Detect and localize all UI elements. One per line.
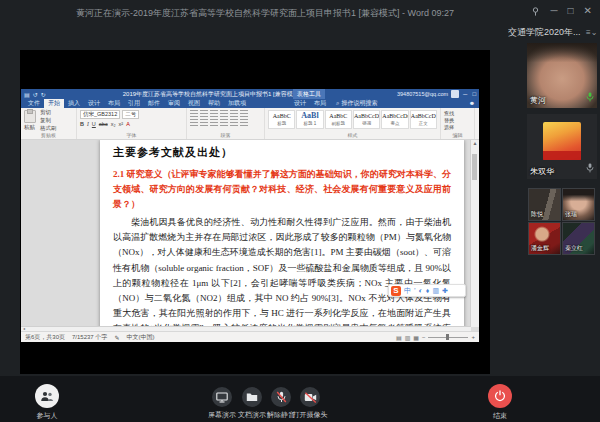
input-mode-icon[interactable]: 中 [404,286,411,296]
sogou-logo-icon[interactable]: S [391,286,401,296]
bold-button[interactable]: B [80,121,84,127]
page-indicator[interactable]: 第6页，共30页 [25,333,65,342]
power-icon [494,390,506,402]
select-button[interactable]: 选择 [444,124,471,130]
multilevel-list-icon[interactable] [210,110,218,117]
tab-home[interactable]: 开始 [44,99,64,108]
paste-label[interactable]: 粘贴 [24,124,36,131]
increase-indent-icon[interactable] [230,110,238,117]
format-painter-button[interactable]: 格式刷 [40,125,57,132]
toolbox-icon[interactable]: ✚ [442,286,448,296]
participant-tile-zhangrui[interactable]: 张瑞 [562,188,595,221]
tab-review[interactable]: 审阅 [164,99,184,108]
tab-mailings[interactable]: 邮件 [144,99,164,108]
tab-addins[interactable]: 加载项 [224,99,250,108]
sogou-input-toolbar[interactable]: S 中 ’ ◐ ♦ ▥ ✚ [388,284,466,297]
sort-icon[interactable] [240,110,248,117]
line-spacing-icon[interactable] [230,119,238,126]
tab-help[interactable]: 帮助 [204,99,224,108]
web-layout-icon[interactable]: ▦ [413,334,419,341]
close-icon[interactable]: ✕ [584,6,592,16]
pin-icon[interactable] [531,7,540,16]
justify-icon[interactable] [220,119,228,126]
account-avatar[interactable] [451,90,459,98]
tab-insert[interactable]: 插入 [64,99,84,108]
bullets-icon[interactable] [190,110,198,117]
tell-me-search[interactable]: ⌕ 操作说明搜索 [336,99,377,108]
language-indicator[interactable]: 中文(中国) [126,333,154,342]
word-maximize-icon[interactable]: □ [472,91,476,97]
replace-button[interactable]: 替换 [444,117,471,123]
zoom-slider[interactable] [428,337,468,338]
zoom-slider-thumb[interactable] [446,334,449,340]
align-center-icon[interactable] [200,119,208,126]
superscript-button[interactable]: x² [119,121,124,127]
participant-tile-chenyue[interactable]: 陈悦 [528,188,561,221]
word-count[interactable]: 7/15237 个字 [72,333,107,342]
end-meeting-button[interactable]: 结束 [470,384,530,421]
align-right-icon[interactable] [210,119,218,126]
tab-file[interactable]: 文件 [24,99,44,108]
tab-references[interactable]: 引用 [124,99,144,108]
font-size-combo[interactable]: 二号 [122,110,139,119]
read-mode-icon[interactable]: ▤ [396,334,402,341]
subscript-button[interactable]: x₂ [111,121,116,127]
tab-table-design[interactable]: 设计 [290,99,310,108]
print-layout-icon[interactable]: ▥ [405,334,411,341]
tab-table-layout[interactable]: 布局 [310,99,330,108]
font-color-button[interactable]: A [126,121,130,127]
numbering-icon[interactable] [200,110,208,117]
scrollbar-thumb[interactable] [472,154,477,180]
paste-icon[interactable] [24,110,36,123]
copy-button[interactable]: 复制 [40,117,57,124]
keyboard-icon[interactable]: ▥ [432,286,439,296]
meeting-title-bar: 黄河正在演示-2019年度江苏省高等学校自然科学研究面上项目申报书1 [兼容模式… [0,0,600,24]
layout-menu-icon[interactable]: ≡⌄ [586,29,596,37]
style-chip[interactable]: AaBbCcD 正文 [410,110,437,129]
horizontal-scrollbar[interactable]: ◂ [21,326,471,331]
redo-icon[interactable]: ↻ [41,91,46,98]
style-chip[interactable]: AaBbCcDs 要点 [381,110,408,129]
undo-icon[interactable]: ↺ [33,91,38,98]
document-page[interactable]: 主要参考文献及出处） 2.1 研究意义（让评审专家能够看懂并了解这方面的基础知识… [100,140,464,331]
scroll-up-icon[interactable]: ▲ [471,140,479,147]
participant-tile-zhushuanghua[interactable]: 朱双华 [527,114,597,179]
account-email[interactable]: 394807515@qq.com [397,91,448,97]
participant-tile-panjinhui[interactable]: 潘金辉 [528,222,561,255]
font-name-combo[interactable]: 仿宋_GB2312 [80,110,120,119]
tab-view[interactable]: 视图 [184,99,204,108]
find-button[interactable]: 查找 [444,110,471,116]
emoji-icon[interactable]: ◐ [419,286,423,296]
word-minimize-icon[interactable]: ─ [463,91,467,97]
punctuation-icon[interactable]: ’ [414,286,416,296]
save-icon[interactable]: ▤ [24,91,30,98]
document-canvas[interactable]: 主要参考文献及出处） 2.1 研究意义（让评审专家能够看懂并了解这方面的基础知识… [21,140,479,331]
participant-tile-qinlihong[interactable]: 秦立红 [562,222,595,255]
style-chip[interactable]: AaBbC 标题 [268,110,295,129]
style-chip[interactable]: AaBbCcDs 强调 [353,110,380,129]
zoom-in-icon[interactable]: + [471,334,475,340]
vertical-scrollbar[interactable]: ▲ [470,140,479,327]
participants-button[interactable]: 参与人 [17,384,77,421]
camera-on-button[interactable]: 打开摄像头 [280,387,340,420]
strikethrough-button[interactable]: abc [99,121,108,127]
underline-button[interactable]: U [92,121,96,127]
tab-layout[interactable]: 布局 [104,99,124,108]
share-person-icon[interactable]: ☻ [469,99,475,108]
tab-design[interactable]: 设计 [84,99,104,108]
style-chip[interactable]: AaBbC 副标题 [325,110,352,129]
italic-button[interactable]: I [87,121,89,127]
mic-input-icon[interactable]: ♦ [426,286,430,296]
table-tools-context-tab[interactable]: 表格工具 [293,89,325,99]
style-chip[interactable]: AaBl 标题 1 [296,110,323,129]
participant-video-huanghe[interactable]: 黄河 [527,43,597,108]
cut-button[interactable]: 剪切 [40,109,57,116]
zoom-out-icon[interactable]: − [422,334,426,340]
maximize-icon[interactable]: □ [568,6,574,16]
proofing-icon[interactable]: ✎ [114,334,119,341]
align-left-icon[interactable] [190,119,198,126]
shading-icon[interactable] [240,119,248,126]
minimize-icon[interactable]: ─ [550,6,557,16]
decrease-indent-icon[interactable] [220,110,228,117]
font-group-label: 字体 [77,132,186,138]
